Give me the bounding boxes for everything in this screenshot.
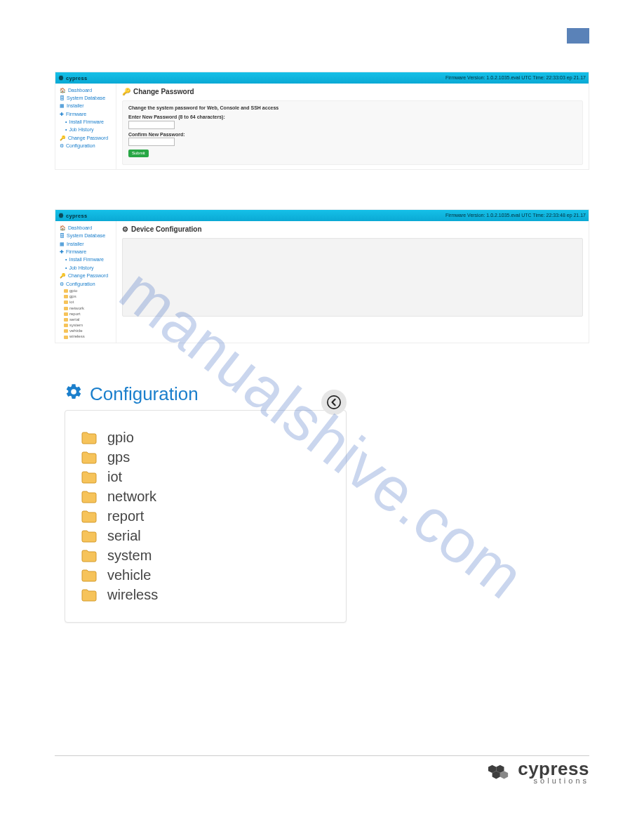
hex-icon bbox=[58, 213, 64, 218]
page-title: 🔑 Change Password bbox=[122, 88, 583, 96]
footer-brand: cypress bbox=[518, 760, 589, 778]
brand-text: cypress bbox=[66, 75, 87, 81]
folder-icon bbox=[81, 588, 98, 602]
arrow-left-icon bbox=[327, 395, 341, 409]
config-card-title: Configuration bbox=[65, 383, 335, 406]
folder-item-gpio[interactable]: gpio bbox=[81, 430, 330, 446]
folder-list: gpiogpsiotnetworkreportserialsystemvehic… bbox=[65, 410, 347, 623]
label-new-password: Enter New Password (8 to 64 characters): bbox=[128, 114, 577, 120]
sidebar-item-firmware[interactable]: ✚ Firmware bbox=[58, 110, 113, 118]
folder-icon bbox=[64, 307, 68, 310]
folder-icon bbox=[81, 470, 98, 484]
folder-label: vehicle bbox=[107, 567, 151, 583]
sidebar-item-install-firmware[interactable]: • Install Firmware bbox=[58, 256, 113, 264]
folder-label: system bbox=[107, 548, 152, 564]
sidebar-item-installer[interactable]: ▦ Installer bbox=[58, 102, 113, 110]
folder-item-wireless[interactable]: wireless bbox=[81, 587, 330, 603]
folder-icon bbox=[81, 549, 98, 563]
label-confirm-password: Confirm New Password: bbox=[128, 132, 577, 138]
folder-icon bbox=[64, 318, 68, 322]
folder-icon bbox=[64, 300, 68, 304]
footer-divider bbox=[55, 755, 589, 756]
brand-text: cypress bbox=[66, 213, 87, 219]
folder-icon bbox=[64, 329, 68, 333]
tree-item[interactable]: gps bbox=[64, 294, 113, 300]
empty-config-panel bbox=[122, 238, 583, 317]
submit-button[interactable]: Submit bbox=[128, 150, 149, 157]
tree-item[interactable]: vehicle bbox=[64, 329, 113, 334]
folder-icon bbox=[81, 451, 98, 465]
folder-icon bbox=[81, 529, 98, 543]
footer-logo: cypress solutions bbox=[485, 760, 589, 785]
gear-icon bbox=[65, 383, 83, 406]
screenshot-change-password: cypress Firmware Version: 1.0.2.1035.eva… bbox=[55, 72, 589, 170]
folder-item-vehicle[interactable]: vehicle bbox=[81, 567, 330, 583]
folder-icon bbox=[64, 324, 68, 327]
tree-item[interactable]: wireless bbox=[64, 334, 113, 340]
app-header: cypress Firmware Version: 1.0.2.1035.eva… bbox=[55, 210, 589, 221]
configuration-card: Configuration gpiogpsiotnetworkreportser… bbox=[55, 383, 335, 623]
folder-item-network[interactable]: network bbox=[81, 489, 330, 505]
svg-marker-1 bbox=[59, 213, 64, 218]
back-button[interactable] bbox=[321, 390, 347, 415]
sidebar-item-job-history[interactable]: • Job History bbox=[58, 264, 113, 272]
key-icon: 🔑 bbox=[122, 88, 130, 96]
sidebar-item-firmware[interactable]: ✚ Firmware bbox=[58, 249, 113, 256]
app-header: cypress Firmware Version: 1.0.2.1035.eva… bbox=[55, 72, 589, 84]
svg-marker-0 bbox=[59, 76, 64, 81]
folder-label: wireless bbox=[107, 587, 158, 603]
folder-item-system[interactable]: system bbox=[81, 548, 330, 564]
page-corner-tab bbox=[567, 28, 589, 44]
sidebar-item-dashboard[interactable]: 🏠 Dashboard bbox=[58, 86, 113, 94]
screenshot-device-configuration: cypress Firmware Version: 1.0.2.1035.eva… bbox=[55, 209, 589, 343]
tree-item[interactable]: network bbox=[64, 305, 113, 311]
form-hint: Change the system password for Web, Cons… bbox=[128, 105, 577, 111]
sidebar-item-system-database[interactable]: 🗄 System Database bbox=[58, 94, 113, 102]
sidebar-item-dashboard[interactable]: 🏠 Dashboard bbox=[58, 224, 113, 232]
folder-item-gps[interactable]: gps bbox=[81, 449, 330, 465]
password-form: Change the system password for Web, Cons… bbox=[122, 100, 583, 165]
folder-icon bbox=[81, 490, 98, 504]
folder-icon bbox=[81, 431, 98, 445]
sidebar-item-install-firmware[interactable]: • Install Firmware bbox=[58, 119, 113, 126]
folder-icon bbox=[64, 289, 68, 293]
firmware-version-text: Firmware Version: 1.0.2.1035.eval UTC Ti… bbox=[445, 213, 586, 218]
tree-item[interactable]: serial bbox=[64, 317, 113, 322]
tree-item[interactable]: gpio bbox=[64, 288, 113, 293]
hex-icon bbox=[58, 75, 64, 81]
brand-logo: cypress bbox=[58, 75, 87, 81]
svg-point-2 bbox=[328, 396, 340, 409]
folder-item-report[interactable]: report bbox=[81, 508, 330, 524]
tree-item[interactable]: system bbox=[64, 323, 113, 329]
sidebar-item-change-password[interactable]: 🔑 Change Password bbox=[58, 272, 113, 280]
hex-cluster-icon bbox=[485, 762, 512, 783]
folder-item-iot[interactable]: iot bbox=[81, 469, 330, 485]
sidebar-item-installer[interactable]: ▦ Installer bbox=[58, 240, 113, 248]
sidebar: 🏠 Dashboard 🗄 System Database ▦ Installe… bbox=[55, 84, 116, 169]
sidebar: 🏠 Dashboard 🗄 System Database ▦ Installe… bbox=[55, 221, 116, 343]
folder-icon bbox=[64, 295, 68, 298]
folder-icon bbox=[64, 336, 68, 339]
sidebar-item-job-history[interactable]: • Job History bbox=[58, 126, 113, 134]
folder-label: serial bbox=[107, 528, 141, 544]
folder-label: network bbox=[107, 489, 156, 505]
tree-item[interactable]: iot bbox=[64, 300, 113, 305]
sidebar-item-change-password[interactable]: 🔑 Change Password bbox=[58, 134, 113, 142]
brand-logo: cypress bbox=[58, 213, 87, 219]
folder-item-serial[interactable]: serial bbox=[81, 528, 330, 544]
sidebar-item-configuration[interactable]: ⚙ Configuration bbox=[58, 143, 113, 150]
folder-icon bbox=[64, 312, 68, 316]
sidebar-item-system-database[interactable]: 🗄 System Database bbox=[58, 232, 113, 240]
confirm-password-input[interactable] bbox=[128, 138, 175, 146]
new-password-input[interactable] bbox=[128, 121, 175, 129]
folder-label: gpio bbox=[107, 430, 134, 446]
page-title: ⚙ Device Configuration bbox=[122, 225, 583, 234]
folder-label: gps bbox=[107, 449, 130, 465]
firmware-version-text: Firmware Version: 1.0.2.1035.eval UTC Ti… bbox=[445, 75, 586, 81]
config-tree: gpio gps iot network report serial syste… bbox=[58, 288, 113, 340]
tree-item[interactable]: report bbox=[64, 311, 113, 317]
folder-label: iot bbox=[107, 469, 122, 485]
sidebar-item-configuration[interactable]: ⚙ Configuration bbox=[58, 280, 113, 288]
folder-icon bbox=[81, 510, 98, 524]
folder-icon bbox=[81, 569, 98, 583]
